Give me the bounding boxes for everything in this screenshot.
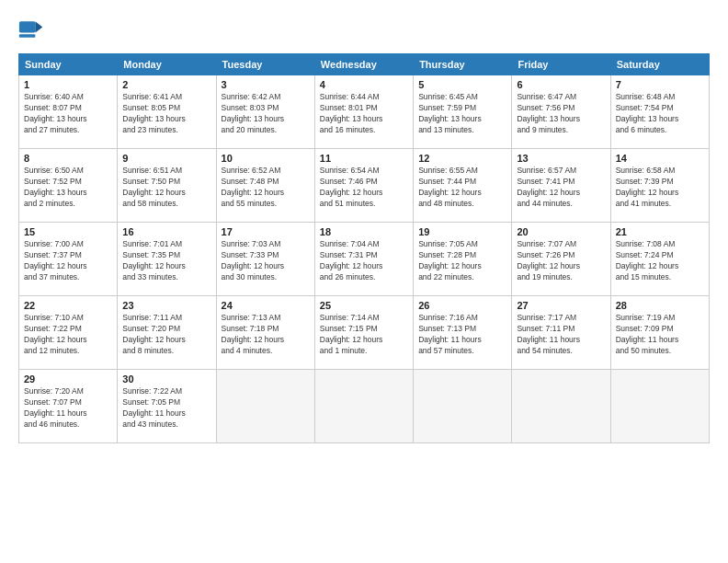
day-number: 30 xyxy=(122,373,210,385)
cell-info: Sunrise: 6:40 AM Sunset: 8:07 PM Dayligh… xyxy=(24,92,112,136)
calendar-cell: 17Sunrise: 7:03 AM Sunset: 7:33 PM Dayli… xyxy=(216,223,314,296)
day-header-saturday: Saturday xyxy=(610,54,709,75)
cell-info: Sunrise: 7:00 AM Sunset: 7:37 PM Dayligh… xyxy=(24,239,112,283)
cell-info: Sunrise: 6:55 AM Sunset: 7:44 PM Dayligh… xyxy=(418,166,506,210)
calendar-cell: 2Sunrise: 6:41 AM Sunset: 8:05 PM Daylig… xyxy=(118,75,216,149)
day-number: 5 xyxy=(418,79,506,90)
cell-info: Sunrise: 6:45 AM Sunset: 7:59 PM Dayligh… xyxy=(418,92,506,136)
calendar-week-5: 29Sunrise: 7:20 AM Sunset: 7:07 PM Dayli… xyxy=(19,370,710,443)
calendar-cell: 14Sunrise: 6:58 AM Sunset: 7:39 PM Dayli… xyxy=(610,149,709,223)
day-header-sunday: Sunday xyxy=(19,54,118,75)
day-number: 1 xyxy=(24,79,112,90)
cell-info: Sunrise: 7:03 AM Sunset: 7:33 PM Dayligh… xyxy=(222,239,310,283)
cell-info: Sunrise: 7:14 AM Sunset: 7:15 PM Dayligh… xyxy=(320,313,408,357)
calendar-cell: 20Sunrise: 7:07 AM Sunset: 7:26 PM Dayli… xyxy=(512,223,610,296)
cell-info: Sunrise: 7:04 AM Sunset: 7:31 PM Dayligh… xyxy=(320,239,408,283)
calendar-cell: 8Sunrise: 6:50 AM Sunset: 7:52 PM Daylig… xyxy=(19,149,118,223)
page-container: SundayMondayTuesdayWednesdayThursdayFrid… xyxy=(0,0,728,453)
calendar-cell: 21Sunrise: 7:08 AM Sunset: 7:24 PM Dayli… xyxy=(610,223,709,296)
calendar-cell: 18Sunrise: 7:04 AM Sunset: 7:31 PM Dayli… xyxy=(314,223,413,296)
day-number: 16 xyxy=(122,226,210,237)
day-header-wednesday: Wednesday xyxy=(314,54,413,75)
calendar-cell: 4Sunrise: 6:44 AM Sunset: 8:01 PM Daylig… xyxy=(314,75,413,149)
cell-info: Sunrise: 6:50 AM Sunset: 7:52 PM Dayligh… xyxy=(24,166,112,210)
calendar-cell xyxy=(512,370,610,443)
calendar-cell xyxy=(216,370,314,443)
day-number: 7 xyxy=(616,79,704,90)
calendar-cell: 12Sunrise: 6:55 AM Sunset: 7:44 PM Dayli… xyxy=(414,149,512,223)
day-number: 13 xyxy=(517,153,605,164)
calendar-cell: 16Sunrise: 7:01 AM Sunset: 7:35 PM Dayli… xyxy=(118,223,216,296)
day-number: 25 xyxy=(320,300,408,311)
day-number: 3 xyxy=(222,79,310,90)
cell-info: Sunrise: 6:51 AM Sunset: 7:50 PM Dayligh… xyxy=(122,166,210,210)
day-header-friday: Friday xyxy=(512,54,610,75)
day-number: 4 xyxy=(320,79,408,90)
day-number: 29 xyxy=(24,373,112,385)
cell-info: Sunrise: 6:42 AM Sunset: 8:03 PM Dayligh… xyxy=(222,92,310,136)
cell-info: Sunrise: 6:54 AM Sunset: 7:46 PM Dayligh… xyxy=(320,166,408,210)
day-number: 6 xyxy=(517,79,605,90)
svg-rect-2 xyxy=(19,34,36,38)
day-header-thursday: Thursday xyxy=(414,54,512,75)
cell-info: Sunrise: 7:13 AM Sunset: 7:18 PM Dayligh… xyxy=(222,313,310,357)
day-number: 21 xyxy=(616,226,704,237)
day-number: 9 xyxy=(122,153,210,164)
cell-info: Sunrise: 6:41 AM Sunset: 8:05 PM Dayligh… xyxy=(122,92,210,136)
calendar-cell: 6Sunrise: 6:47 AM Sunset: 7:56 PM Daylig… xyxy=(512,75,610,149)
cell-info: Sunrise: 7:17 AM Sunset: 7:11 PM Dayligh… xyxy=(517,313,605,357)
cell-info: Sunrise: 6:44 AM Sunset: 8:01 PM Dayligh… xyxy=(320,92,408,136)
calendar-cell: 3Sunrise: 6:42 AM Sunset: 8:03 PM Daylig… xyxy=(216,75,314,149)
day-number: 14 xyxy=(616,153,704,164)
day-number: 23 xyxy=(122,300,210,311)
logo xyxy=(18,17,48,42)
day-number: 19 xyxy=(418,226,506,237)
days-header-row: SundayMondayTuesdayWednesdayThursdayFrid… xyxy=(19,54,710,75)
day-header-tuesday: Tuesday xyxy=(216,54,314,75)
calendar-week-3: 15Sunrise: 7:00 AM Sunset: 7:37 PM Dayli… xyxy=(19,223,710,296)
cell-info: Sunrise: 7:22 AM Sunset: 7:05 PM Dayligh… xyxy=(122,386,210,431)
calendar-cell: 29Sunrise: 7:20 AM Sunset: 7:07 PM Dayli… xyxy=(19,370,118,443)
day-number: 2 xyxy=(122,79,210,90)
calendar-cell: 7Sunrise: 6:48 AM Sunset: 7:54 PM Daylig… xyxy=(610,75,709,149)
calendar-cell: 28Sunrise: 7:19 AM Sunset: 7:09 PM Dayli… xyxy=(610,296,709,370)
calendar-cell: 13Sunrise: 6:57 AM Sunset: 7:41 PM Dayli… xyxy=(512,149,610,223)
day-number: 20 xyxy=(517,226,605,237)
calendar-cell xyxy=(610,370,709,443)
calendar-cell: 27Sunrise: 7:17 AM Sunset: 7:11 PM Dayli… xyxy=(512,296,610,370)
calendar-cell: 15Sunrise: 7:00 AM Sunset: 7:37 PM Dayli… xyxy=(19,223,118,296)
day-number: 11 xyxy=(320,153,408,164)
cell-info: Sunrise: 6:47 AM Sunset: 7:56 PM Dayligh… xyxy=(517,92,605,136)
cell-info: Sunrise: 6:58 AM Sunset: 7:39 PM Dayligh… xyxy=(616,166,704,210)
calendar-cell: 25Sunrise: 7:14 AM Sunset: 7:15 PM Dayli… xyxy=(314,296,413,370)
calendar-cell: 24Sunrise: 7:13 AM Sunset: 7:18 PM Dayli… xyxy=(216,296,314,370)
day-number: 17 xyxy=(222,226,310,237)
day-number: 10 xyxy=(222,153,310,164)
calendar-cell xyxy=(414,370,512,443)
cell-info: Sunrise: 7:20 AM Sunset: 7:07 PM Dayligh… xyxy=(24,386,112,431)
cell-info: Sunrise: 7:10 AM Sunset: 7:22 PM Dayligh… xyxy=(24,313,112,357)
calendar-cell: 30Sunrise: 7:22 AM Sunset: 7:05 PM Dayli… xyxy=(118,370,216,443)
day-number: 24 xyxy=(222,300,310,311)
calendar-week-2: 8Sunrise: 6:50 AM Sunset: 7:52 PM Daylig… xyxy=(19,149,710,223)
day-number: 28 xyxy=(616,300,704,311)
calendar-cell: 23Sunrise: 7:11 AM Sunset: 7:20 PM Dayli… xyxy=(118,296,216,370)
day-number: 12 xyxy=(418,153,506,164)
cell-info: Sunrise: 6:57 AM Sunset: 7:41 PM Dayligh… xyxy=(517,166,605,210)
cell-info: Sunrise: 6:52 AM Sunset: 7:48 PM Dayligh… xyxy=(222,166,310,210)
cell-info: Sunrise: 7:01 AM Sunset: 7:35 PM Dayligh… xyxy=(122,239,210,283)
calendar-cell xyxy=(314,370,413,443)
cell-info: Sunrise: 7:11 AM Sunset: 7:20 PM Dayligh… xyxy=(122,313,210,357)
calendar-cell: 1Sunrise: 6:40 AM Sunset: 8:07 PM Daylig… xyxy=(19,75,118,149)
day-number: 26 xyxy=(418,300,506,311)
cell-info: Sunrise: 7:16 AM Sunset: 7:13 PM Dayligh… xyxy=(418,313,506,357)
calendar-cell: 11Sunrise: 6:54 AM Sunset: 7:46 PM Dayli… xyxy=(314,149,413,223)
logo-icon xyxy=(18,17,44,42)
calendar-table: SundayMondayTuesdayWednesdayThursdayFrid… xyxy=(18,53,710,443)
day-number: 22 xyxy=(24,300,112,311)
cell-info: Sunrise: 7:08 AM Sunset: 7:24 PM Dayligh… xyxy=(616,239,704,283)
day-number: 27 xyxy=(517,300,605,311)
day-number: 15 xyxy=(24,226,112,237)
calendar-cell: 9Sunrise: 6:51 AM Sunset: 7:50 PM Daylig… xyxy=(118,149,216,223)
day-header-monday: Monday xyxy=(118,54,216,75)
